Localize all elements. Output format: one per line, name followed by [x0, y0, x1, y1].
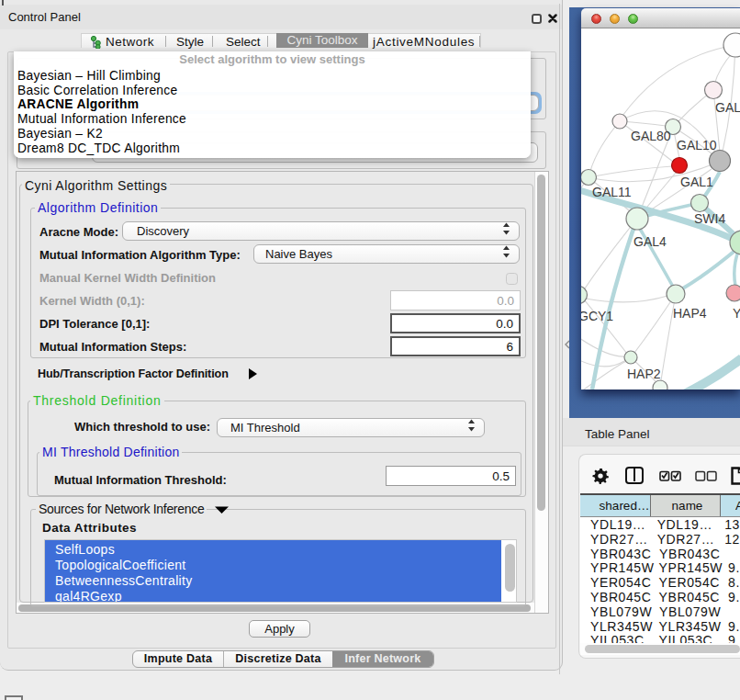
svg-text:HAP4: HAP4 [673, 306, 707, 321]
svg-text:GCY1: GCY1 [581, 309, 613, 323]
svg-text:GAL11: GAL11 [592, 185, 632, 199]
svg-text:YM: YM [733, 306, 740, 321]
svg-text:HAP2: HAP2 [627, 367, 661, 381]
svg-text:GAL4: GAL4 [633, 234, 667, 249]
svg-text:SWI4: SWI4 [694, 211, 725, 226]
svg-text:GAL10: GAL10 [677, 138, 717, 152]
svg-text:GAL80: GAL80 [631, 129, 671, 143]
svg-text:GAL1: GAL1 [680, 175, 713, 189]
svg-text:GAL7: GAL7 [715, 100, 740, 115]
